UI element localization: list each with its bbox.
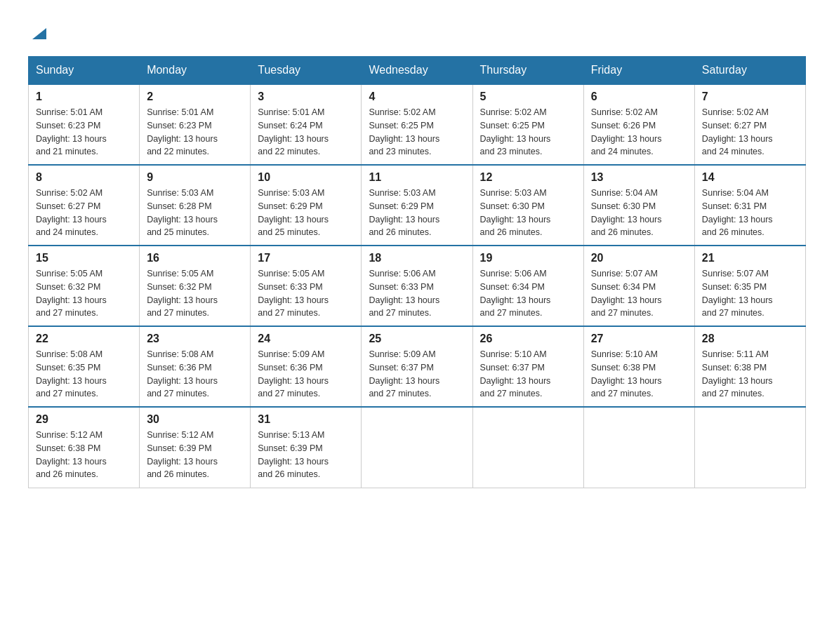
calendar-week-row: 15 Sunrise: 5:05 AMSunset: 6:32 PMDaylig… [29, 246, 806, 326]
day-info: Sunrise: 5:02 AMSunset: 6:25 PMDaylight:… [369, 107, 439, 156]
weekday-header-tuesday: Tuesday [251, 57, 362, 85]
day-number: 7 [702, 90, 798, 103]
calendar-cell: 7 Sunrise: 5:02 AMSunset: 6:27 PMDayligh… [694, 84, 805, 165]
day-info: Sunrise: 5:10 AMSunset: 6:37 PMDaylight:… [480, 349, 551, 398]
weekday-header-friday: Friday [583, 57, 694, 85]
calendar-cell: 25 Sunrise: 5:09 AMSunset: 6:37 PMDaylig… [362, 326, 472, 407]
day-info: Sunrise: 5:02 AMSunset: 6:27 PMDaylight:… [36, 188, 107, 237]
header [28, 21, 806, 42]
calendar-cell: 11 Sunrise: 5:03 AMSunset: 6:29 PMDaylig… [362, 165, 472, 246]
day-info: Sunrise: 5:09 AMSunset: 6:37 PMDaylight:… [369, 349, 439, 398]
calendar-week-row: 1 Sunrise: 5:01 AMSunset: 6:23 PMDayligh… [29, 84, 806, 165]
calendar-cell: 27 Sunrise: 5:10 AMSunset: 6:38 PMDaylig… [583, 326, 694, 407]
day-number: 6 [591, 90, 687, 103]
calendar-cell: 10 Sunrise: 5:03 AMSunset: 6:29 PMDaylig… [251, 165, 362, 246]
day-number: 25 [369, 333, 465, 345]
calendar-cell: 29 Sunrise: 5:12 AMSunset: 6:38 PMDaylig… [29, 407, 140, 488]
day-info: Sunrise: 5:03 AMSunset: 6:29 PMDaylight:… [369, 188, 439, 237]
weekday-header-saturday: Saturday [694, 57, 805, 85]
calendar-cell: 14 Sunrise: 5:04 AMSunset: 6:31 PMDaylig… [694, 165, 805, 246]
weekday-header-monday: Monday [140, 57, 251, 85]
calendar-header: SundayMondayTuesdayWednesdayThursdayFrid… [29, 57, 806, 85]
day-number: 17 [258, 252, 354, 264]
calendar-cell: 9 Sunrise: 5:03 AMSunset: 6:28 PMDayligh… [140, 165, 251, 246]
day-info: Sunrise: 5:06 AMSunset: 6:33 PMDaylight:… [369, 269, 439, 318]
calendar-cell: 5 Sunrise: 5:02 AMSunset: 6:25 PMDayligh… [472, 84, 583, 165]
calendar-body: 1 Sunrise: 5:01 AMSunset: 6:23 PMDayligh… [29, 84, 806, 488]
calendar-cell: 22 Sunrise: 5:08 AMSunset: 6:35 PMDaylig… [29, 326, 140, 407]
day-info: Sunrise: 5:04 AMSunset: 6:30 PMDaylight:… [591, 188, 662, 237]
day-number: 29 [36, 413, 132, 426]
day-number: 28 [702, 333, 798, 345]
day-number: 1 [36, 90, 132, 103]
calendar-cell: 28 Sunrise: 5:11 AMSunset: 6:38 PMDaylig… [694, 326, 805, 407]
day-info: Sunrise: 5:03 AMSunset: 6:28 PMDaylight:… [147, 188, 218, 237]
calendar-week-row: 8 Sunrise: 5:02 AMSunset: 6:27 PMDayligh… [29, 165, 806, 246]
day-number: 2 [147, 90, 243, 103]
day-info: Sunrise: 5:05 AMSunset: 6:32 PMDaylight:… [147, 269, 218, 318]
calendar-cell [472, 407, 583, 488]
day-number: 11 [369, 171, 465, 184]
day-info: Sunrise: 5:08 AMSunset: 6:36 PMDaylight:… [147, 349, 218, 398]
day-number: 5 [480, 90, 576, 103]
day-number: 4 [369, 90, 465, 103]
day-number: 15 [36, 252, 132, 264]
calendar-cell: 12 Sunrise: 5:03 AMSunset: 6:30 PMDaylig… [472, 165, 583, 246]
calendar-cell: 19 Sunrise: 5:06 AMSunset: 6:34 PMDaylig… [472, 246, 583, 326]
weekday-header-thursday: Thursday [472, 57, 583, 85]
day-info: Sunrise: 5:11 AMSunset: 6:38 PMDaylight:… [702, 349, 773, 398]
day-number: 13 [591, 171, 687, 184]
day-number: 22 [36, 333, 132, 345]
day-info: Sunrise: 5:02 AMSunset: 6:26 PMDaylight:… [591, 107, 662, 156]
day-info: Sunrise: 5:01 AMSunset: 6:23 PMDaylight:… [36, 107, 107, 156]
calendar-cell [583, 407, 694, 488]
calendar-cell: 3 Sunrise: 5:01 AMSunset: 6:24 PMDayligh… [251, 84, 362, 165]
day-number: 26 [480, 333, 576, 345]
day-info: Sunrise: 5:08 AMSunset: 6:35 PMDaylight:… [36, 349, 107, 398]
logo [28, 21, 49, 42]
day-info: Sunrise: 5:09 AMSunset: 6:36 PMDaylight:… [258, 349, 329, 398]
day-number: 8 [36, 171, 132, 184]
day-number: 18 [369, 252, 465, 264]
day-info: Sunrise: 5:01 AMSunset: 6:23 PMDaylight:… [147, 107, 218, 156]
calendar-cell: 30 Sunrise: 5:12 AMSunset: 6:39 PMDaylig… [140, 407, 251, 488]
day-info: Sunrise: 5:07 AMSunset: 6:34 PMDaylight:… [591, 269, 662, 318]
day-info: Sunrise: 5:12 AMSunset: 6:39 PMDaylight:… [147, 430, 218, 479]
calendar-cell: 23 Sunrise: 5:08 AMSunset: 6:36 PMDaylig… [140, 326, 251, 407]
day-number: 23 [147, 333, 243, 345]
day-number: 19 [480, 252, 576, 264]
weekday-header-wednesday: Wednesday [362, 57, 472, 85]
calendar-cell: 26 Sunrise: 5:10 AMSunset: 6:37 PMDaylig… [472, 326, 583, 407]
calendar-cell: 15 Sunrise: 5:05 AMSunset: 6:32 PMDaylig… [29, 246, 140, 326]
calendar-cell: 13 Sunrise: 5:04 AMSunset: 6:30 PMDaylig… [583, 165, 694, 246]
day-info: Sunrise: 5:03 AMSunset: 6:29 PMDaylight:… [258, 188, 329, 237]
weekday-header-row: SundayMondayTuesdayWednesdayThursdayFrid… [29, 57, 806, 85]
day-info: Sunrise: 5:01 AMSunset: 6:24 PMDaylight:… [258, 107, 329, 156]
day-info: Sunrise: 5:05 AMSunset: 6:32 PMDaylight:… [36, 269, 107, 318]
day-info: Sunrise: 5:12 AMSunset: 6:38 PMDaylight:… [36, 430, 107, 479]
day-info: Sunrise: 5:05 AMSunset: 6:33 PMDaylight:… [258, 269, 329, 318]
calendar-cell: 6 Sunrise: 5:02 AMSunset: 6:26 PMDayligh… [583, 84, 694, 165]
day-number: 20 [591, 252, 687, 264]
calendar-cell: 2 Sunrise: 5:01 AMSunset: 6:23 PMDayligh… [140, 84, 251, 165]
day-info: Sunrise: 5:10 AMSunset: 6:38 PMDaylight:… [591, 349, 662, 398]
calendar-cell [694, 407, 805, 488]
calendar-cell: 21 Sunrise: 5:07 AMSunset: 6:35 PMDaylig… [694, 246, 805, 326]
day-info: Sunrise: 5:02 AMSunset: 6:25 PMDaylight:… [480, 107, 551, 156]
day-number: 9 [147, 171, 243, 184]
calendar-cell: 16 Sunrise: 5:05 AMSunset: 6:32 PMDaylig… [140, 246, 251, 326]
day-info: Sunrise: 5:13 AMSunset: 6:39 PMDaylight:… [258, 430, 329, 479]
weekday-header-sunday: Sunday [29, 57, 140, 85]
calendar-cell: 24 Sunrise: 5:09 AMSunset: 6:36 PMDaylig… [251, 326, 362, 407]
calendar-week-row: 22 Sunrise: 5:08 AMSunset: 6:35 PMDaylig… [29, 326, 806, 407]
calendar-cell: 18 Sunrise: 5:06 AMSunset: 6:33 PMDaylig… [362, 246, 472, 326]
calendar-cell: 20 Sunrise: 5:07 AMSunset: 6:34 PMDaylig… [583, 246, 694, 326]
day-number: 12 [480, 171, 576, 184]
day-info: Sunrise: 5:03 AMSunset: 6:30 PMDaylight:… [480, 188, 551, 237]
day-number: 30 [147, 413, 243, 426]
day-number: 16 [147, 252, 243, 264]
day-number: 3 [258, 90, 354, 103]
day-info: Sunrise: 5:02 AMSunset: 6:27 PMDaylight:… [702, 107, 773, 156]
day-number: 21 [702, 252, 798, 264]
calendar-cell: 1 Sunrise: 5:01 AMSunset: 6:23 PMDayligh… [29, 84, 140, 165]
